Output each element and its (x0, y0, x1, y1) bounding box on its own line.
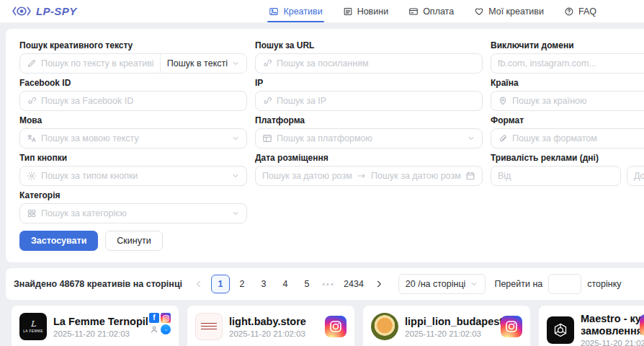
creative-text-group: Пошук в тексті (19, 53, 247, 74)
main-nav: Креативи Новини Оплата Мої креативи FAQ (269, 0, 632, 22)
logo[interactable]: LP-SPY (12, 5, 77, 17)
card-title-line-1: Maestro - кухні, ме (581, 313, 644, 325)
apply-button[interactable]: Застосувати (19, 231, 98, 251)
page-size-label: 20 /на сторінці (406, 279, 466, 289)
page-size-select[interactable]: 20 /на сторінці (398, 274, 486, 294)
button-type-select[interactable] (19, 166, 247, 186)
goto-page-input[interactable] (548, 274, 581, 294)
exclude-domains-input[interactable] (498, 58, 644, 68)
nav-tab-creatives[interactable]: Креативи (269, 0, 322, 22)
results-bar: Знайдено 48678 креативів на сторінці 1 2… (6, 268, 644, 300)
filter-language: Мова (19, 115, 247, 148)
person-icon (149, 324, 159, 334)
filter-facebook-id: Facebook ID (19, 78, 247, 111)
instagram-icon (161, 313, 171, 323)
nav-tab-label: Креативи (283, 6, 322, 17)
filter-category: Категорія (19, 190, 247, 223)
date-from-input[interactable] (262, 171, 352, 181)
language-input[interactable] (41, 133, 227, 143)
creative-card: L LA FEMME La Femme Ternopil 2025-11-20 … (12, 306, 179, 346)
avatar: L LA FEMME (19, 313, 47, 340)
facebook-id-input[interactable] (41, 96, 240, 106)
next-page-button[interactable] (370, 275, 388, 293)
nav-tab-my-creatives[interactable]: Мої креативи (474, 0, 544, 22)
filter-ip: IP (255, 78, 483, 111)
field-label: Тривалість реклами (дні) (491, 153, 644, 163)
duration-from-input[interactable] (498, 171, 614, 181)
page-button-3[interactable]: 3 (254, 275, 273, 293)
nav-tab-faq[interactable]: FAQ (564, 0, 596, 22)
filter-buttons: Застосувати Скинути (19, 231, 644, 251)
filter-button-type: Тип кнопки (19, 153, 247, 186)
platform-input[interactable] (277, 133, 462, 143)
gear-icon (27, 171, 37, 181)
field-label: IP (255, 78, 483, 88)
link-icon (262, 96, 272, 106)
card-header: lippi_lion_budapest 2025-11-20 21:02:03 (371, 313, 522, 340)
url-input[interactable] (277, 58, 475, 68)
avatar (371, 313, 398, 340)
date-range-picker[interactable] (255, 166, 483, 186)
ip-input[interactable] (277, 96, 475, 106)
grid-icon (27, 208, 37, 218)
category-select[interactable] (19, 203, 247, 223)
card-date: 2025-11-20 21:02:03 (581, 339, 644, 346)
eye-logo-icon (12, 5, 32, 17)
field-label: Категорія (19, 190, 247, 200)
platform-select[interactable] (255, 128, 483, 148)
field-label: Країна (491, 78, 644, 88)
card-text: Maestro - кухні, ме замовлення в Ужго 20… (581, 313, 644, 346)
card-header: L LA FEMME La Femme Ternopil 2025-11-20 … (19, 313, 171, 340)
page-button-5[interactable]: 5 (298, 275, 316, 293)
nav-tab-label: Мої креативи (488, 6, 544, 17)
chevron-down-icon (470, 280, 478, 288)
field-label: Формат (491, 115, 644, 125)
prev-page-button[interactable] (189, 275, 208, 293)
nav-tab-label: Оплата (423, 6, 454, 17)
country-box (491, 91, 644, 111)
card-title: lippi_lion_budapest (405, 316, 494, 328)
button-type-input[interactable] (41, 171, 227, 181)
card-text: lippi_lion_budapest 2025-11-20 21:02:03 (405, 316, 494, 338)
link-icon (27, 96, 37, 106)
duration-to-input[interactable] (634, 171, 644, 181)
instagram-icon[interactable] (325, 316, 346, 337)
field-label: Платформа (255, 115, 483, 125)
language-select[interactable] (19, 128, 247, 148)
page-button-2[interactable]: 2 (233, 275, 251, 293)
card-date: 2025-11-20 21:02:03 (229, 329, 318, 338)
creative-text-input[interactable] (41, 58, 153, 68)
instagram-icon[interactable] (501, 316, 522, 337)
card-title: La Femme Ternopil (53, 316, 143, 328)
goto-prefix-label: Перейти на (494, 279, 542, 289)
format-input[interactable] (512, 133, 644, 143)
page-ellipsis[interactable]: ••• (319, 280, 338, 288)
page-button-last[interactable]: 2434 (341, 275, 367, 293)
nav-tab-payment[interactable]: Оплата (408, 0, 454, 22)
filter-country: Країна (491, 78, 644, 111)
reset-button[interactable]: Скинути (105, 231, 162, 251)
filter-grid: Пошук креативного тексту Пошук в тексті … (19, 40, 644, 223)
avatar-logo (201, 323, 217, 331)
instagram-icon[interactable] (640, 314, 644, 336)
date-to-input[interactable] (371, 171, 461, 181)
category-input[interactable] (41, 208, 227, 218)
nav-tab-news[interactable]: Новини (343, 0, 389, 22)
top-bar: LP-SPY Креативи Новини Оплата Мої креати… (0, 0, 644, 23)
field-label: Facebook ID (19, 78, 247, 88)
platform-badges: f (149, 313, 171, 334)
chevron-down-icon (231, 209, 240, 218)
creative-cards: L LA FEMME La Femme Ternopil 2025-11-20 … (12, 306, 644, 346)
text-search-mode-select[interactable]: Пошук в тексті (160, 54, 246, 73)
format-box (491, 128, 644, 148)
filter-placement-date: Дата розміщення (255, 153, 483, 186)
field-label: Тип кнопки (19, 153, 247, 163)
filter-panel: Пошук креативного тексту Пошук в тексті … (6, 29, 644, 262)
page-button-4[interactable]: 4 (276, 275, 295, 293)
filter-creative-text: Пошук креативного тексту Пошук в тексті (19, 40, 247, 74)
page-button-1[interactable]: 1 (211, 275, 230, 293)
country-input[interactable] (512, 96, 644, 106)
creative-card: light.baby.store 2025-11-20 21:02:03 3 d… (187, 306, 354, 346)
chevron-down-icon (231, 134, 240, 143)
nav-tab-label: FAQ (578, 6, 596, 17)
